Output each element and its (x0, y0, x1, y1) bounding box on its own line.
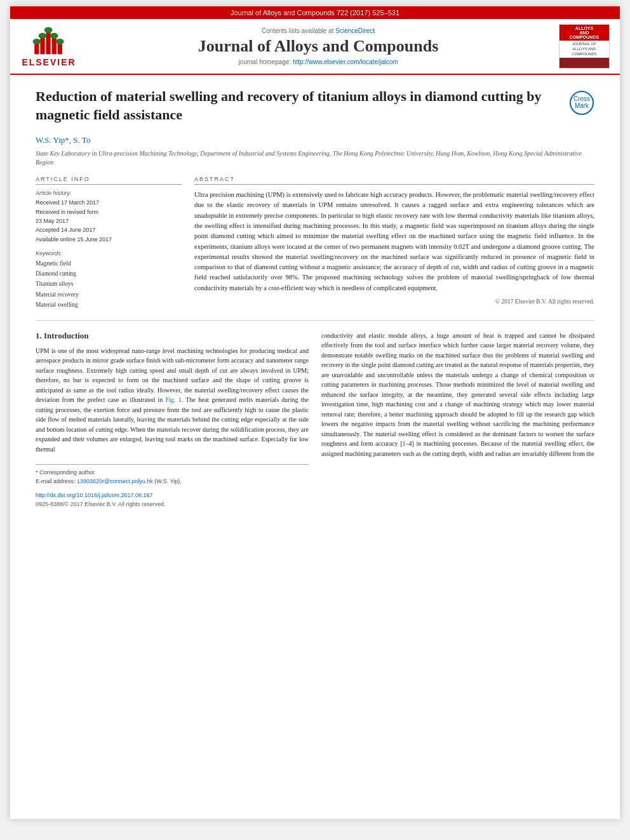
article-history-group: Article history: Received 17 March 2017 … (36, 190, 182, 244)
copyright-text: © 2017 Elsevier B.V. All rights reserved… (194, 298, 594, 305)
footnote-area: * Corresponding author. E-mail address: … (36, 464, 309, 486)
content-area: Reduction of material swelling and recov… (10, 75, 620, 520)
logo-top-bar: ALLOYSANDCOMPOUNDS (560, 25, 609, 41)
svg-text:Cross: Cross (573, 95, 590, 102)
keywords-label: Keywords: (36, 250, 182, 257)
keyword-material-recovery: Material recovery (36, 290, 182, 300)
logo-mid-text: JOURNAL OFALLOYS ANDCOMPOUNDS (570, 41, 598, 58)
elsevier-brand-text: ELSEVIER (22, 57, 76, 67)
corresponding-author-note: * Corresponding author. (36, 469, 309, 477)
abstract-text: Ultra precision machining (UPM) is exten… (194, 190, 594, 293)
svg-point-7 (44, 27, 53, 33)
abstract-column: ABSTRACT Ultra precision machining (UPM)… (194, 176, 594, 310)
svg-rect-2 (46, 31, 50, 54)
keyword-magnetic-field: Magnetic field (36, 258, 182, 269)
author-names: W.S. Yip*, S. To (36, 135, 90, 145)
svg-point-6 (39, 33, 47, 39)
journal-header: ELSEVIER Contents lists available at Sci… (10, 19, 620, 75)
abstract-label: ABSTRACT (194, 176, 594, 185)
crossmark-badge: Cross Mark (569, 90, 594, 118)
affiliation-text: State Key Laboratory in Ultra-precision … (36, 149, 594, 167)
journal-citation-bar: Journal of Alloys and Compounds 722 (201… (10, 6, 620, 19)
keyword-diamond-cutting: Diamond cutting (36, 269, 182, 279)
svg-point-5 (33, 39, 41, 44)
section-divider (36, 320, 594, 321)
email-note: E-mail address: 13903620r@connect.polyu.… (36, 477, 309, 486)
journal-citation-text: Journal of Alloys and Compounds 722 (201… (231, 9, 399, 17)
footer-copyright: 0925-8388/© 2017 Elsevier B.V. All right… (36, 501, 309, 507)
elsevier-tree-icon (30, 25, 68, 57)
body-right-column: conductivity and elastic module alloys, … (321, 331, 594, 508)
logo-bottom-bar (560, 58, 609, 68)
journal-title: Journal of Alloys and Compounds (90, 37, 546, 56)
article-info-abstract-section: ARTICLE INFO Article history: Received 1… (36, 176, 594, 310)
journal-homepage-link[interactable]: http://www.elsevier.com/locate/jalcom (293, 58, 398, 65)
science-direct-text: Contents lists available at ScienceDirec… (90, 27, 546, 34)
elsevier-logo: ELSEVIER (20, 25, 77, 67)
keyword-material-swelling: Material swelling (36, 300, 182, 310)
journal-homepage: journal homepage: http://www.elsevier.co… (90, 58, 546, 65)
doi-link[interactable]: http://dx.doi.org/10.1016/j.jallcom.2017… (36, 492, 309, 498)
crossmark-icon: Cross Mark (569, 90, 594, 116)
body-columns: 1. Introduction UPM is one of the most w… (36, 331, 594, 508)
email-link[interactable]: 13903620r@connect.polyu.hk (77, 478, 153, 484)
svg-point-9 (56, 39, 64, 44)
svg-point-8 (50, 33, 58, 39)
article-title: Reduction of material swelling and recov… (36, 88, 561, 124)
authors-line: W.S. Yip*, S. To (36, 135, 594, 145)
received-date: Received 17 March 2017 Received in revis… (36, 198, 182, 244)
intro-paragraph-2: conductivity and elastic module alloys, … (321, 331, 594, 459)
svg-text:Mark: Mark (575, 102, 589, 109)
header-center: Contents lists available at ScienceDirec… (77, 27, 559, 65)
svg-rect-1 (40, 37, 44, 54)
page: Journal of Alloys and Compounds 722 (201… (10, 6, 620, 819)
svg-rect-3 (52, 37, 57, 54)
fig1-link[interactable]: Fig. 1 (166, 396, 182, 403)
history-label: Article history: (36, 190, 182, 196)
article-info-column: ARTICLE INFO Article history: Received 1… (36, 176, 182, 310)
article-info-label: ARTICLE INFO (36, 176, 182, 185)
keywords-section: Keywords: Magnetic field Diamond cutting… (36, 250, 182, 310)
intro-heading: 1. Introduction (36, 331, 309, 341)
keyword-titanium-alloys: Titanium alloys (36, 279, 182, 289)
journal-logo-right: ALLOYSANDCOMPOUNDS JOURNAL OFALLOYS ANDC… (559, 24, 610, 69)
science-direct-link[interactable]: ScienceDirect (335, 27, 375, 34)
body-left-column: 1. Introduction UPM is one of the most w… (36, 331, 309, 508)
intro-paragraph-1: UPM is one of the most widespread nano-r… (36, 346, 309, 455)
